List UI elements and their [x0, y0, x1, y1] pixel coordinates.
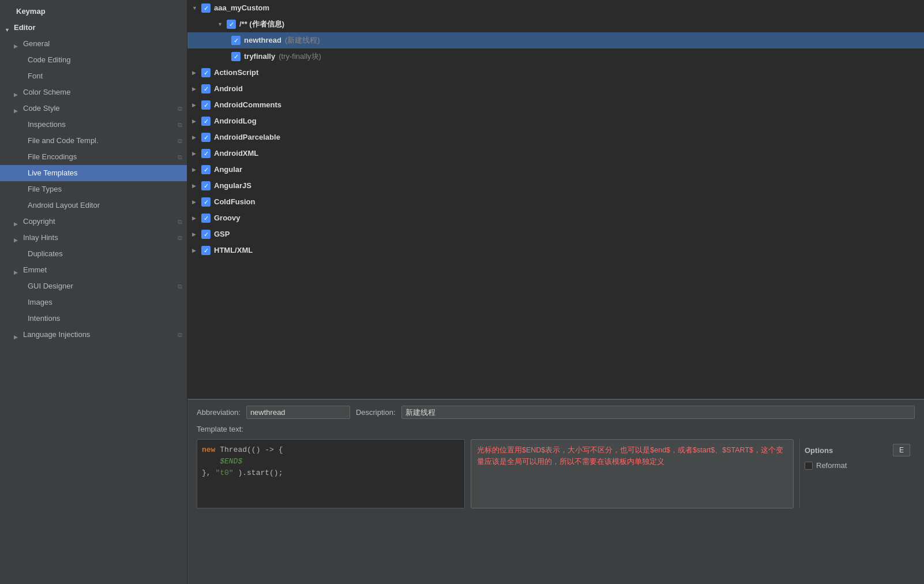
sidebar-item-file-encodings[interactable]: File Encodings ⧉	[0, 149, 187, 165]
abbreviation-input[interactable]	[246, 406, 350, 419]
sidebar-item-code-editing[interactable]: Code Editing	[0, 52, 187, 68]
sidebar-item-keymap[interactable]: Keymap	[0, 3, 187, 20]
sidebar-item-language-injections[interactable]: Language Injections ⧉	[0, 327, 187, 343]
gsp-check[interactable]	[201, 230, 211, 239]
android-name: Android	[214, 83, 243, 95]
sidebar-item-emmet[interactable]: Emmet	[0, 262, 187, 278]
androidparcelable-check[interactable]	[201, 133, 211, 142]
actionscript-expand	[192, 66, 201, 79]
coldfusion-check[interactable]	[201, 197, 211, 207]
settings-sidebar: Keymap Editor General Code Editing Font …	[0, 0, 187, 584]
androidcomments-check[interactable]	[201, 100, 211, 110]
groovy-name: Groovy	[214, 212, 241, 224]
gui-designer-label: GUI Designer	[28, 280, 73, 293]
code-editor[interactable]: new Thread(() -> { $END$ }, "t0" ).start…	[197, 439, 465, 508]
sidebar-item-file-types[interactable]: File Types	[0, 181, 187, 197]
main-content: aaa_myCustom /** (作者信息) newthread (新建线程)…	[187, 0, 924, 584]
group-androidlog[interactable]: AndroidLog	[187, 113, 924, 129]
androidlog-check[interactable]	[201, 117, 211, 126]
expand-button[interactable]: E	[893, 444, 910, 456]
group-actionscript[interactable]: ActionScript	[187, 65, 924, 81]
group-androidcomments[interactable]: AndroidComments	[187, 97, 924, 113]
tryfinally-name: tryfinally	[244, 50, 275, 63]
reformat-option: Reformat	[805, 461, 910, 470]
angular-expand	[192, 163, 201, 176]
sidebar-item-images[interactable]: Images	[0, 294, 187, 310]
android-expand	[192, 83, 201, 95]
aaa-custom-check[interactable]	[201, 3, 211, 13]
template-text-label: Template text:	[197, 425, 915, 433]
newthread-check[interactable]	[231, 36, 241, 45]
sidebar-item-general[interactable]: General	[0, 36, 187, 52]
group-aaa-custom[interactable]: aaa_myCustom	[187, 0, 924, 16]
sidebar-item-copyright[interactable]: Copyright ⧉	[0, 214, 187, 230]
template-tryfinally[interactable]: tryfinally (try-finally块)	[187, 48, 924, 65]
sidebar-item-intentions[interactable]: Intentions	[0, 310, 187, 327]
tryfinally-check[interactable]	[231, 52, 241, 61]
newthread-name: newthread	[244, 34, 281, 47]
group-gsp[interactable]: GSP	[187, 226, 924, 242]
group-angular[interactable]: Angular	[187, 162, 924, 178]
template-newthread[interactable]: newthread (新建线程)	[187, 32, 924, 48]
sidebar-item-android-layout-editor[interactable]: Android Layout Editor	[0, 197, 187, 214]
group-groovy[interactable]: Groovy	[187, 210, 924, 226]
angularjs-name: AngularJS	[214, 179, 251, 192]
general-arrow	[14, 40, 22, 48]
code-end-var: $END$	[202, 457, 242, 466]
actionscript-check[interactable]	[201, 68, 211, 77]
code-start-method: ).start();	[238, 469, 283, 477]
group-author-info[interactable]: /** (作者信息)	[187, 16, 924, 32]
sidebar-item-live-templates[interactable]: Live Templates	[0, 165, 187, 181]
gsp-expand	[192, 228, 201, 241]
images-label: Images	[28, 296, 52, 309]
htmlxml-check[interactable]	[201, 246, 211, 255]
htmlxml-expand	[192, 244, 201, 257]
sidebar-item-inlay-hints[interactable]: Inlay Hints ⧉	[0, 230, 187, 246]
groovy-check[interactable]	[201, 214, 211, 223]
description-input[interactable]	[401, 406, 915, 419]
options-title: Options	[805, 446, 833, 455]
group-angularjs[interactable]: AngularJS	[187, 178, 924, 194]
author-info-expand	[217, 18, 227, 31]
emmet-arrow	[14, 266, 22, 274]
androidcomments-expand	[192, 99, 201, 111]
author-info-name: /** (作者信息)	[239, 18, 284, 31]
angularjs-check[interactable]	[201, 181, 211, 190]
sidebar-item-color-scheme[interactable]: Color Scheme	[0, 84, 187, 100]
inlay-hints-arrow	[14, 234, 22, 242]
group-androidxml[interactable]: AndroidXML	[187, 145, 924, 162]
sidebar-item-duplicates[interactable]: Duplicates	[0, 246, 187, 262]
group-androidparcelable[interactable]: AndroidParcelable	[187, 129, 924, 145]
font-label: Font	[28, 70, 43, 83]
template-list[interactable]: aaa_myCustom /** (作者信息) newthread (新建线程)…	[187, 0, 924, 399]
code-line-2: $END$	[202, 456, 460, 467]
sidebar-item-inspections[interactable]: Inspections ⧉	[0, 117, 187, 133]
file-encodings-label: File Encodings	[28, 151, 77, 163]
intentions-label: Intentions	[28, 312, 60, 325]
abbreviation-row: Abbreviation: Description:	[197, 406, 915, 419]
sidebar-item-gui-designer[interactable]: GUI Designer ⧉	[0, 278, 187, 294]
copyright-arrow	[14, 218, 22, 226]
language-injections-copy-icon: ⧉	[178, 328, 182, 341]
code-line-3: }, "t0" ).start();	[202, 467, 460, 479]
group-coldfusion[interactable]: ColdFusion	[187, 194, 924, 210]
sidebar-item-code-style[interactable]: Code Style ⧉	[0, 100, 187, 117]
group-android[interactable]: Android	[187, 81, 924, 97]
author-info-check[interactable]	[227, 20, 236, 29]
language-injections-arrow	[14, 331, 22, 339]
reformat-checkbox[interactable]	[805, 462, 813, 470]
angular-check[interactable]	[201, 165, 211, 174]
tooltip-box: 光标的位置用$END$表示，大小写不区分，也可以是$end$，或者$start$…	[471, 439, 794, 508]
gsp-name: GSP	[214, 228, 230, 241]
sidebar-item-file-code-templates[interactable]: File and Code Templ. ⧉	[0, 133, 187, 149]
keyword-new: new	[202, 446, 215, 454]
emmet-label: Emmet	[23, 264, 47, 276]
sidebar-item-editor[interactable]: Editor	[0, 20, 187, 36]
android-check[interactable]	[201, 84, 211, 93]
androidxml-check[interactable]	[201, 149, 211, 158]
group-htmlxml[interactable]: HTML/XML	[187, 242, 924, 259]
sidebar-item-font[interactable]: Font	[0, 68, 187, 84]
code-thread: Thread(() -> {	[220, 446, 283, 454]
copyright-label: Copyright	[23, 215, 55, 228]
editor-label: Editor	[14, 21, 36, 34]
